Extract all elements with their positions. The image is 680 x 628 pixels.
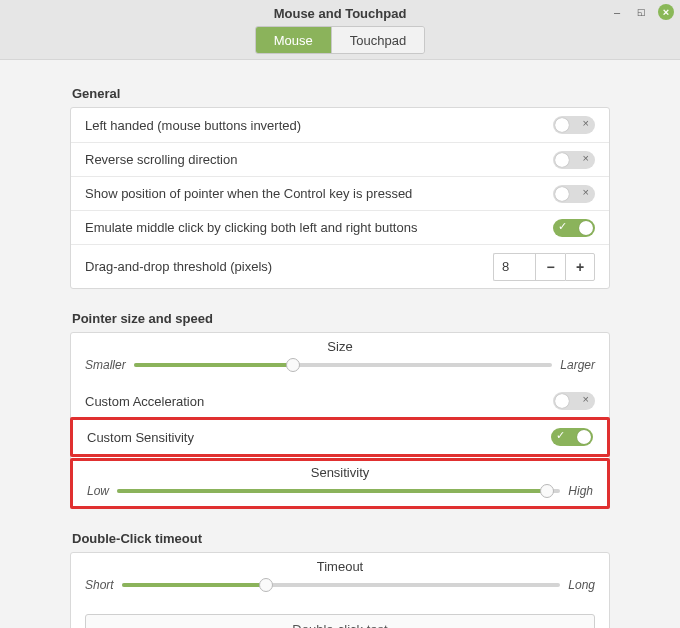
drag-threshold-value[interactable]: 8 <box>493 253 535 281</box>
sensitivity-right-label: High <box>568 484 593 498</box>
tab-mouse[interactable]: Mouse <box>256 27 331 53</box>
content-area: General Left handed (mouse buttons inver… <box>0 60 680 628</box>
row-drag-threshold: Drag-and-drop threshold (pixels) 8 − + <box>71 244 609 288</box>
tab-bar: Mouse Touchpad <box>0 26 680 60</box>
tab-touchpad[interactable]: Touchpad <box>331 27 424 53</box>
custom-accel-label: Custom Acceleration <box>85 394 553 409</box>
row-custom-sens: Custom Sensitivity ✓ <box>73 420 607 454</box>
size-slider[interactable] <box>134 358 553 372</box>
show-pointer-label: Show position of pointer when the Contro… <box>85 186 553 201</box>
titlebar: Mouse and Touchpad – ◱ × <box>0 0 680 26</box>
reverse-scroll-label: Reverse scrolling direction <box>85 152 553 167</box>
window-controls: – ◱ × <box>610 4 674 20</box>
timeout-right-label: Long <box>568 578 595 592</box>
timeout-block: Timeout Short Long <box>71 553 609 604</box>
row-custom-accel: Custom Acceleration × <box>71 384 609 418</box>
timeout-slider[interactable] <box>122 578 561 592</box>
row-show-pointer: Show position of pointer when the Contro… <box>71 176 609 210</box>
maximize-icon[interactable]: ◱ <box>634 5 648 19</box>
reverse-scroll-toggle[interactable]: × <box>553 151 595 169</box>
left-handed-toggle[interactable]: × <box>553 116 595 134</box>
pointer-card: Size Smaller Larger Custom Acceleration … <box>70 332 610 509</box>
window-title: Mouse and Touchpad <box>0 6 680 21</box>
sensitivity-label: Sensitivity <box>87 465 593 480</box>
close-icon[interactable]: × <box>658 4 674 20</box>
custom-sens-label: Custom Sensitivity <box>87 430 551 445</box>
custom-sensitivity-highlight: Custom Sensitivity ✓ <box>70 417 610 457</box>
drag-threshold-increment[interactable]: + <box>565 253 595 281</box>
general-card: Left handed (mouse buttons inverted) × R… <box>70 107 610 289</box>
size-block: Size Smaller Larger <box>71 333 609 384</box>
drag-threshold-decrement[interactable]: − <box>535 253 565 281</box>
tab-group: Mouse Touchpad <box>255 26 425 54</box>
doubleclick-card: Timeout Short Long Double-click test <box>70 552 610 628</box>
row-left-handed: Left handed (mouse buttons inverted) × <box>71 108 609 142</box>
drag-threshold-spinner: 8 − + <box>493 253 595 281</box>
sensitivity-block: Sensitivity Low High <box>73 461 607 506</box>
drag-threshold-label: Drag-and-drop threshold (pixels) <box>85 259 493 274</box>
timeout-label: Timeout <box>85 559 595 574</box>
emulate-middle-label: Emulate middle click by clicking both le… <box>85 220 553 235</box>
timeout-left-label: Short <box>85 578 114 592</box>
emulate-middle-toggle[interactable]: ✓ <box>553 219 595 237</box>
custom-accel-toggle[interactable]: × <box>553 392 595 410</box>
sensitivity-slider[interactable] <box>117 484 560 498</box>
sensitivity-highlight: Sensitivity Low High <box>70 458 610 509</box>
row-reverse-scroll: Reverse scrolling direction × <box>71 142 609 176</box>
left-handed-label: Left handed (mouse buttons inverted) <box>85 118 553 133</box>
double-click-test-button[interactable]: Double-click test <box>85 614 595 628</box>
size-right-label: Larger <box>560 358 595 372</box>
show-pointer-toggle[interactable]: × <box>553 185 595 203</box>
general-heading: General <box>72 86 610 101</box>
pointer-heading: Pointer size and speed <box>72 311 610 326</box>
minimize-icon[interactable]: – <box>610 5 624 19</box>
size-left-label: Smaller <box>85 358 126 372</box>
row-emulate-middle: Emulate middle click by clicking both le… <box>71 210 609 244</box>
doubleclick-heading: Double-Click timeout <box>72 531 610 546</box>
size-label: Size <box>85 339 595 354</box>
custom-sens-toggle[interactable]: ✓ <box>551 428 593 446</box>
sensitivity-left-label: Low <box>87 484 109 498</box>
